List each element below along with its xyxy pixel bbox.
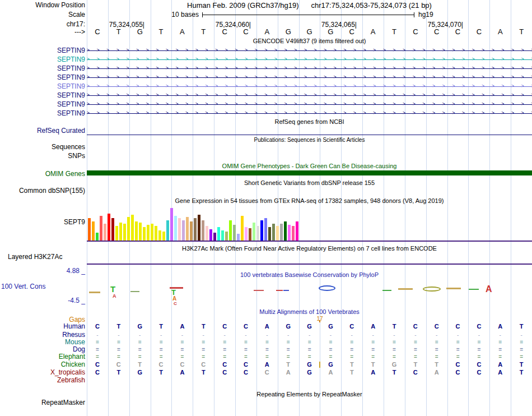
gtex-bar[interactable] (209, 229, 212, 241)
refseq-curated-label[interactable]: RefSeq Curated (37, 127, 85, 135)
alignment-row-chicken[interactable]: CCTCCCCCATGGTTGTTCCAT (87, 361, 532, 368)
gencode-transcript-label[interactable]: SEPTIN9 (57, 110, 85, 117)
gtex-bar[interactable] (119, 223, 122, 241)
gtex-bar[interactable] (135, 221, 138, 241)
gtex-bar[interactable] (151, 224, 153, 241)
gtex-bar[interactable] (264, 218, 267, 241)
gtex-bar[interactable] (162, 232, 165, 241)
gtex-bar[interactable] (268, 227, 271, 241)
gtex-bar[interactable] (225, 232, 228, 241)
h3k27ac-title[interactable]: H3K27Ac Mark (Often Found Near Active Re… (87, 245, 532, 252)
gtex-bar[interactable] (280, 224, 283, 241)
gtex-bar[interactable] (249, 228, 251, 241)
alignment-row-human[interactable]: CTGTATCCAGGGCATCCCCAT (87, 323, 532, 330)
gtex-bar[interactable] (202, 220, 204, 241)
species-label-human[interactable]: Human (63, 323, 85, 330)
species-label-zebrafish[interactable]: Zebrafish (57, 377, 85, 384)
gtex-bar[interactable] (284, 221, 287, 241)
gtex-bar[interactable] (260, 220, 263, 241)
dbsnp-title[interactable]: Short Genetic Variants from dbSNP releas… (87, 179, 532, 186)
alignment-row-zebrafish[interactable] (87, 377, 532, 384)
gencode-transcript-item[interactable]: > > > > > > > > > > > > > > > > > > > > … (87, 64, 532, 73)
gtex-bar[interactable] (245, 227, 248, 241)
gtex-bar[interactable] (256, 226, 259, 241)
omim-title[interactable]: OMIM Gene Phenotypes - Dark Green Can Be… (87, 163, 532, 169)
gencode-transcript-label[interactable]: SEPTIN9 (57, 74, 85, 81)
gtex-bar[interactable] (237, 234, 240, 241)
snps-label[interactable]: SNPs (68, 152, 85, 160)
gtex-bar[interactable] (143, 227, 146, 241)
gencode-transcript-item[interactable]: > > > > > > > > > > > > > > > > > > > > … (87, 91, 532, 100)
gtex-bar[interactable] (292, 226, 295, 241)
omim-gene-item[interactable] (87, 170, 532, 175)
gencode-transcript-label[interactable]: SEPTIN9 (57, 92, 85, 99)
refseq-title[interactable]: RefSeq genes from NCBI (87, 118, 532, 125)
gtex-bar[interactable] (131, 215, 134, 241)
gtex-bar[interactable] (88, 218, 91, 241)
gtex-bar[interactable] (213, 233, 216, 241)
gtex-bar[interactable] (123, 224, 126, 241)
gtex-title[interactable]: Gene Expression in 54 tissues from GTEx … (87, 197, 532, 204)
common-dbsnp-label[interactable]: Common dbSNP(155) (19, 187, 85, 195)
gtex-bar[interactable] (139, 223, 142, 241)
gtex-bar[interactable] (288, 225, 291, 241)
gencode-transcript-label[interactable]: SEPTIN9 (57, 65, 85, 72)
gtex-bar[interactable] (104, 224, 106, 241)
gencode-transcript-label[interactable]: SEPTIN9 (57, 56, 85, 63)
gtex-bar[interactable] (96, 233, 99, 241)
gtex-gene-label[interactable]: SEPT9 (64, 219, 85, 226)
omim-genes-label[interactable]: OMIM Genes (45, 170, 85, 178)
gtex-bar[interactable] (241, 216, 244, 241)
gtex-barchart[interactable] (88, 207, 298, 241)
gtex-bar[interactable] (166, 220, 169, 241)
publications-title[interactable]: Publications: Sequences in Scientific Ar… (87, 137, 532, 144)
gencode-transcript-label[interactable]: SEPTIN9 (57, 83, 85, 90)
gencode-transcript-label[interactable]: SEPTIN9 (57, 47, 85, 54)
conservation-label[interactable]: 100 Vert. Cons (1, 283, 45, 290)
alignment-row-mouse[interactable]: ===================== (87, 339, 532, 346)
gencode-transcript-item[interactable]: > > > > > > > > > > > > > > > > > > > > … (87, 82, 532, 91)
gtex-bar[interactable] (158, 230, 161, 241)
gtex-bar[interactable] (178, 218, 181, 241)
gtex-bar[interactable] (127, 217, 130, 241)
conservation-plot[interactable]: TATACA (87, 280, 532, 307)
gencode-transcript-item[interactable]: > > > > > > > > > > > > > > > > > > > > … (87, 100, 532, 109)
alignment-row-dog[interactable]: ===================== (87, 346, 532, 353)
gtex-bar[interactable] (111, 218, 114, 241)
gtex-bar[interactable] (115, 226, 118, 241)
gtex-bar[interactable] (229, 220, 232, 241)
gtex-bar[interactable] (170, 208, 173, 241)
alignment-row-elephant[interactable]: ===================== (87, 353, 532, 360)
gencode-transcript-item[interactable]: > > > > > > > > > > > > > > > > > > > > … (87, 55, 532, 64)
gtex-bar[interactable] (272, 224, 275, 241)
gtex-bar[interactable] (182, 220, 185, 241)
gtex-bar[interactable] (147, 225, 150, 241)
conservation-title[interactable]: 100 vertebrates Basewise Conservation by… (87, 271, 532, 278)
gencode-transcript-item[interactable]: > > > > > > > > > > > > > > > > > > > > … (87, 46, 532, 55)
gtex-bar[interactable] (296, 221, 298, 241)
gtex-bar[interactable] (198, 215, 200, 241)
gtex-bar[interactable] (194, 218, 197, 241)
gtex-bar[interactable] (174, 216, 177, 241)
gtex-bar[interactable] (221, 230, 224, 241)
gtex-bar[interactable] (206, 226, 208, 241)
alignment-row-x_tropicalis[interactable]: CTGTATCCCAGATATCACCAT (87, 369, 532, 376)
refseq-curated-item[interactable] (87, 135, 532, 135)
gtex-bar[interactable] (276, 226, 279, 241)
repeatmasker-title[interactable]: Repeating Elements by RepeatMasker (87, 391, 532, 397)
gtex-bar[interactable] (186, 217, 189, 241)
gtex-bar[interactable] (100, 216, 102, 241)
alignment-row-rhesus[interactable]: --------------------- (87, 331, 532, 339)
gencode-transcript-label[interactable]: SEPTIN9 (57, 101, 85, 108)
gtex-bar[interactable] (108, 214, 110, 241)
gtex-bar[interactable] (233, 225, 236, 241)
gtex-bar[interactable] (190, 221, 193, 241)
gencode-transcript-item[interactable]: > > > > > > > > > > > > > > > > > > > > … (87, 109, 532, 118)
sequences-label[interactable]: Sequences (52, 144, 85, 151)
species-label-elephant[interactable]: Elephant (59, 353, 85, 360)
gencode-title[interactable]: GENCODE V49lift37 (9 items filtered out) (87, 38, 532, 44)
repeatmasker-label[interactable]: RepeatMasker (41, 399, 85, 406)
species-label-chicken[interactable]: Chicken (61, 361, 85, 368)
multiz-title[interactable]: Multiz Alignments of 100 Vertebrates (87, 308, 532, 315)
h3k27ac-label[interactable]: Layered H3K27Ac (8, 253, 62, 261)
